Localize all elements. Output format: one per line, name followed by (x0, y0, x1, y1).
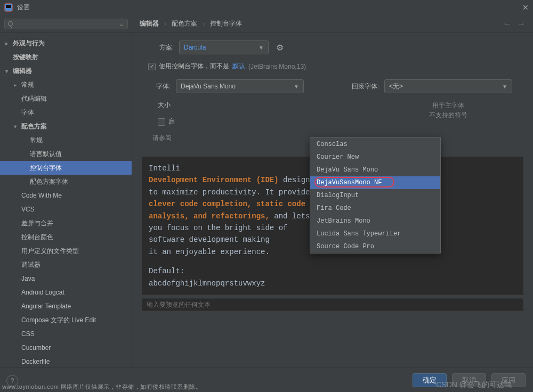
sidebar-item-label: 差异与合并 (21, 219, 53, 228)
sidebar-item-label: Java (21, 275, 35, 282)
sidebar-item-label: 常规 (21, 80, 34, 89)
chevron-down-icon: ▾ (5, 68, 13, 74)
sidebar-item[interactable]: Dockerfile (0, 355, 132, 368)
fallback-value: <无> (389, 82, 403, 91)
font-option[interactable]: Lucida Sans Typewriter (310, 227, 440, 240)
breadcrumb-item[interactable]: 控制台字体 (210, 19, 242, 28)
sidebar-item[interactable]: Compose 文字的 Live Edit (0, 313, 132, 327)
ligatures-label: 启 (168, 117, 175, 126)
sidebar-item-label: 字体 (21, 108, 34, 117)
size-label: 大小 (147, 101, 171, 110)
titlebar: 设置 ✕ (0, 0, 533, 15)
nav-arrows: ← → (503, 19, 529, 29)
sidebar-item[interactable]: 差异与合并 (0, 216, 132, 230)
sidebar-item-label: 调试器 (21, 260, 41, 270)
font-option[interactable]: Courier New (310, 151, 440, 164)
scheme-value: Darcula (184, 44, 206, 51)
font-select[interactable]: DejaVu Sans Mono ▼ (176, 79, 304, 93)
sidebar-item[interactable]: 常规 (0, 133, 132, 147)
watermark-bottom-left: www.toymoban.com 网络图片仅供展示，非存储，如有侵权请联系删除。 (2, 383, 201, 391)
search-clear-icon[interactable]: ⌄ (119, 20, 124, 28)
scheme-row: 方案: Darcula ▼ ⚙ (142, 40, 523, 54)
font-option[interactable]: Source Code Pro (310, 240, 440, 253)
sidebar-item-label: 用户定义的文件类型 (21, 247, 79, 256)
sidebar-item-label: 配色方案 (21, 122, 47, 131)
sidebar-item[interactable]: Angular Template (0, 299, 132, 313)
chevron-down-icon: ▼ (259, 45, 264, 51)
window-title: 设置 (17, 3, 522, 12)
size-row: 大小 (147, 101, 319, 110)
search-box[interactable]: Q ⌄ (4, 19, 128, 29)
sidebar-item[interactable]: ▾配色方案 (0, 119, 132, 133)
sidebar-item-label: Compose 文字的 Live Edit (21, 316, 96, 325)
fallback-select[interactable]: <无> ▼ (384, 79, 512, 93)
sidebar-item-label: VCS (21, 206, 35, 213)
sidebar-item-label: 配色方案字体 (30, 177, 68, 186)
annotation-circle (314, 177, 394, 187)
sidebar-item[interactable]: CSS (0, 327, 132, 341)
sidebar-item[interactable]: 语言默认值 (0, 147, 132, 161)
sidebar-item[interactable]: 调试器 (0, 258, 132, 272)
svg-rect-2 (6, 5, 11, 8)
font-option[interactable]: DialogInput (310, 189, 440, 202)
sidebar-item-label: CSS (21, 330, 35, 338)
fallback-label: 回滚字体: (346, 82, 379, 91)
see-also-label: 请参阅 (152, 134, 172, 143)
ligatures-checkbox[interactable] (158, 118, 165, 126)
sidebar-item[interactable]: 配色方案字体 (0, 175, 132, 189)
use-console-font-checkbox[interactable] (148, 63, 156, 70)
sidebar-item[interactable]: 按键映射 (0, 50, 132, 64)
sidebar-item-label: 控制台字体 (30, 164, 62, 173)
sidebar-item[interactable]: 字体 (0, 105, 132, 119)
back-icon[interactable]: ← (503, 19, 512, 29)
close-icon[interactable]: ✕ (522, 3, 529, 12)
sidebar-item[interactable]: Android Logcat (0, 285, 132, 299)
sidebar-item-label: 编辑器 (13, 67, 32, 76)
sidebar-item-label: Cucumber (21, 344, 51, 352)
search-input[interactable] (15, 20, 119, 28)
chevron-down-icon: ▼ (294, 84, 299, 89)
sidebar-item-label: 按键映射 (13, 53, 38, 62)
default-font-link[interactable]: 默认 (232, 62, 245, 71)
font-option[interactable]: Fira Code (310, 202, 440, 215)
font-option[interactable]: DejaVuSansMono NF (310, 176, 440, 189)
scheme-label: 方案: (142, 43, 174, 52)
sidebar-item[interactable]: 用户定义的文件类型 (0, 244, 132, 258)
gear-icon[interactable]: ⚙ (276, 43, 284, 53)
settings-tree[interactable]: ▸外观与行为按键映射▾编辑器▸常规代码编辑字体▾配色方案常规语言默认值控制台字体… (0, 33, 132, 368)
sidebar-item[interactable]: VCS (0, 202, 132, 216)
font-dropdown-list[interactable]: ConsolasCourier NewDejaVu Sans MonoDejaV… (310, 137, 441, 254)
sidebar-item-label: Code With Me (21, 192, 62, 199)
font-option[interactable]: JetBrains Mono (310, 215, 440, 227)
sidebar-item-label: Android Logcat (21, 289, 64, 296)
sidebar-item[interactable]: Java (0, 272, 132, 285)
chevron-right-icon: › (164, 20, 166, 28)
app-logo-icon (4, 3, 13, 12)
sidebar-item-label: 外观与行为 (13, 39, 45, 48)
font-value: DejaVu Sans Mono (181, 83, 236, 90)
sidebar-item[interactable]: Cucumber (0, 341, 132, 355)
font-label: 字体: (147, 82, 171, 91)
font-option[interactable]: Consolas (310, 138, 440, 151)
breadcrumb-item[interactable]: 编辑器 (140, 19, 159, 28)
scheme-select[interactable]: Darcula ▼ (179, 40, 269, 54)
ligatures-row: 启 (158, 117, 319, 126)
sidebar-item-label: 代码编辑 (21, 94, 47, 103)
sidebar-item[interactable]: 控制台颜色 (0, 230, 132, 244)
sidebar-item[interactable]: ▸外观与行为 (0, 36, 132, 50)
chevron-down-icon: ▾ (14, 124, 21, 129)
sidebar-item[interactable]: 控制台字体 (0, 161, 132, 175)
fallback-row: 回滚字体: <无> ▼ (346, 79, 523, 93)
forward-icon[interactable]: → (517, 19, 526, 29)
preview-text-input[interactable] (142, 298, 523, 311)
breadcrumb: 编辑器 › 配色方案 › 控制台字体 (140, 19, 503, 28)
sidebar-item[interactable]: ▸常规 (0, 78, 132, 92)
chevron-right-icon: ▸ (5, 40, 13, 46)
watermark-bottom-right: CSDN @会飞的可达鸭 (436, 380, 512, 390)
breadcrumb-item[interactable]: 配色方案 (172, 19, 197, 28)
sidebar-item[interactable]: ▾编辑器 (0, 64, 132, 78)
sidebar-item-label: Dockerfile (21, 358, 50, 365)
sidebar-item[interactable]: Code With Me (0, 189, 132, 202)
sidebar-item[interactable]: 代码编辑 (0, 92, 132, 105)
font-option[interactable]: DejaVu Sans Mono (310, 164, 440, 176)
